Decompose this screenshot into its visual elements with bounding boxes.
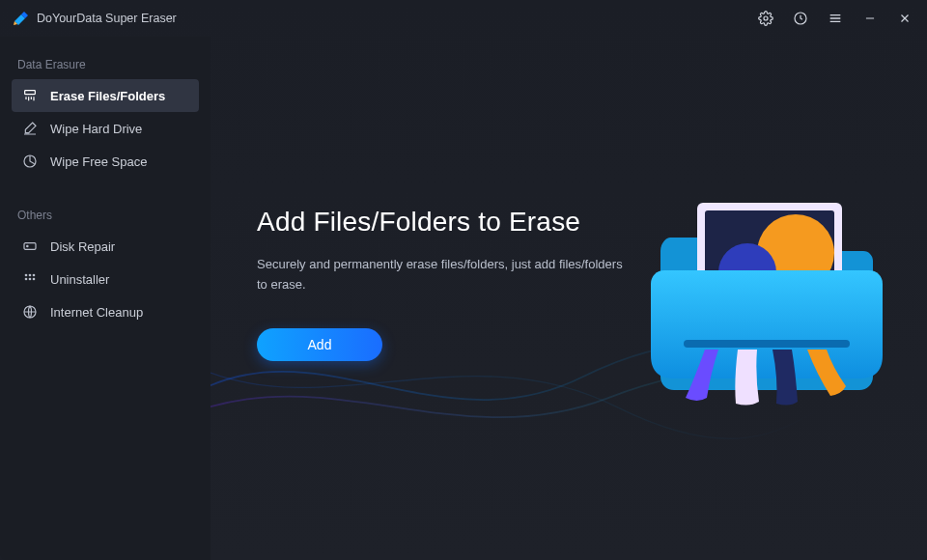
globe-icon — [21, 304, 39, 320]
sidebar-item-wipe-drive[interactable]: Wipe Hard Drive — [12, 112, 199, 145]
nav-section-others: Others — [12, 201, 199, 230]
minimize-button[interactable] — [859, 8, 881, 29]
svg-point-10 — [29, 278, 32, 281]
sidebar-item-label: Uninstaller — [50, 272, 109, 287]
sidebar-item-label: Internet Cleanup — [50, 305, 143, 320]
menu-button[interactable] — [825, 8, 846, 29]
sidebar-item-internet-cleanup[interactable]: Internet Cleanup — [12, 295, 199, 328]
shredder-icon — [21, 88, 39, 103]
add-button[interactable]: Add — [257, 328, 382, 361]
main-panel: Add Files/Folders to Erase Securely and … — [211, 37, 927, 560]
nav-section-data-erasure: Data Erasure — [12, 50, 199, 79]
settings-button[interactable] — [755, 8, 776, 29]
disk-icon — [21, 238, 39, 254]
pie-icon — [21, 154, 39, 169]
sidebar-item-erase-files[interactable]: Erase Files/Folders — [12, 79, 199, 112]
svg-point-5 — [27, 245, 28, 246]
sidebar-item-uninstaller[interactable]: Uninstaller — [12, 263, 199, 295]
svg-point-11 — [33, 278, 36, 281]
main-title: Add Files/Folders to Erase — [257, 207, 624, 238]
svg-point-9 — [25, 278, 28, 281]
svg-rect-17 — [684, 340, 850, 348]
sidebar-item-label: Erase Files/Folders — [50, 89, 165, 103]
app-icon — [12, 10, 29, 27]
sidebar-item-disk-repair[interactable]: Disk Repair — [12, 230, 199, 263]
sidebar-item-wipe-free-space[interactable]: Wipe Free Space — [12, 145, 199, 178]
sidebar: Data Erasure Erase Files/Folders — [0, 37, 211, 560]
grid-icon — [21, 271, 39, 287]
eraser-icon — [21, 121, 39, 136]
folder-shredder-illustration — [641, 160, 892, 411]
svg-rect-2 — [25, 91, 36, 95]
app-title: DoYourData Super Eraser — [37, 12, 177, 25]
sidebar-item-label: Disk Repair — [50, 239, 115, 254]
sidebar-item-label: Wipe Hard Drive — [50, 122, 142, 136]
title-bar: DoYourData Super Eraser — [0, 0, 927, 37]
svg-point-7 — [29, 274, 32, 277]
svg-point-6 — [25, 274, 28, 277]
history-button[interactable] — [790, 8, 811, 29]
svg-point-8 — [33, 274, 36, 277]
main-description: Securely and permanently erase files/fol… — [257, 255, 624, 295]
svg-rect-4 — [24, 243, 36, 250]
close-button[interactable] — [894, 8, 915, 29]
sidebar-item-label: Wipe Free Space — [50, 154, 147, 169]
svg-point-0 — [764, 16, 768, 20]
